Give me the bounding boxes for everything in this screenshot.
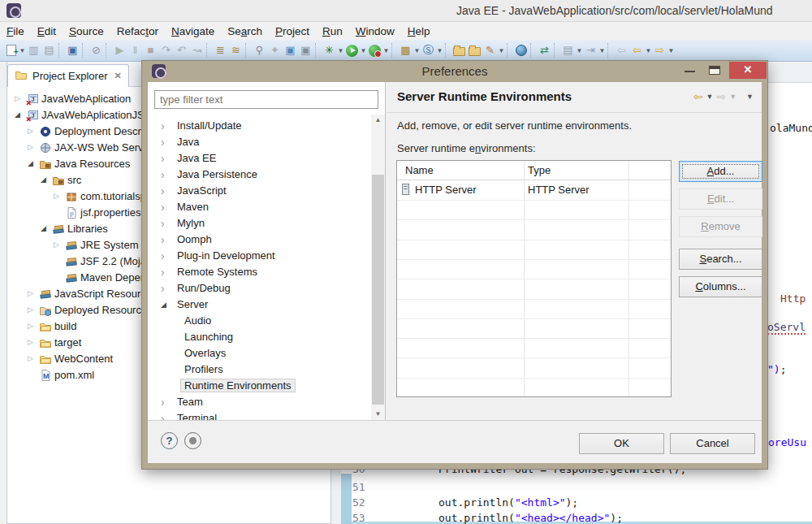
pref-item-oomph[interactable]: ›Oomph xyxy=(148,232,371,248)
new-servlet-icon-dropdown[interactable]: ▼ xyxy=(436,47,443,54)
menu-file[interactable]: File xyxy=(0,24,31,39)
coverage-view-icon[interactable]: ▣ xyxy=(283,43,298,58)
pref-item-audio[interactable]: Audio xyxy=(148,313,371,329)
scroll-down-icon[interactable]: ▼ xyxy=(371,409,385,420)
import-folder-icon[interactable] xyxy=(467,43,482,58)
open-folder-icon[interactable] xyxy=(451,43,467,58)
forward-icon[interactable]: ⇨ xyxy=(652,43,667,58)
new-wizard-icon[interactable] xyxy=(3,43,19,58)
menu-search[interactable]: Search xyxy=(221,24,269,39)
pref-item-server[interactable]: ◢Server xyxy=(148,297,371,313)
dialog-titlebar[interactable]: Preferences ✕ xyxy=(142,61,767,82)
columns-button[interactable]: Columns... xyxy=(679,276,762,297)
back-icon[interactable]: ⇦ xyxy=(629,43,645,58)
debug-icon-dropdown[interactable]: ▼ xyxy=(337,47,344,54)
annotate-icon[interactable]: ✎ xyxy=(482,43,498,58)
back-icon-dropdown[interactable]: ▼ xyxy=(645,47,652,54)
skip-breakpoints-icon[interactable]: ⊘ xyxy=(89,43,104,58)
save-icon[interactable]: ▥ xyxy=(26,43,41,58)
dialog-close-button[interactable]: ✕ xyxy=(729,62,767,79)
forward-icon-dropdown[interactable]: ▼ xyxy=(667,47,675,54)
annotate-icon-dropdown[interactable]: ▼ xyxy=(498,47,505,54)
key-icon[interactable]: ⚲ xyxy=(252,43,267,58)
pref-item-overlays[interactable]: Overlays xyxy=(148,345,371,362)
save-all-icon[interactable]: ▤ xyxy=(41,43,57,58)
resume-icon[interactable]: ▶ xyxy=(112,43,127,58)
remove-button[interactable]: Remove xyxy=(679,216,762,237)
cancel-button[interactable]: Cancel xyxy=(670,433,755,454)
menu-help[interactable]: Help xyxy=(401,24,437,39)
add-button[interactable]: Add... xyxy=(679,161,762,182)
debug-icon[interactable]: ✳ xyxy=(322,43,337,58)
go-into-icon-dropdown[interactable]: ▼ xyxy=(598,47,606,54)
step-over-icon[interactable]: ↶ xyxy=(174,43,189,58)
profile-icon[interactable]: ≋ xyxy=(228,43,244,58)
scrollbar[interactable]: ▲ ▼ xyxy=(371,115,385,420)
forward-arrow-icon[interactable]: ⇨ xyxy=(716,90,726,103)
maximize-icon[interactable] xyxy=(709,66,720,75)
pref-item-plug-in-development[interactable]: ›Plug-in Development xyxy=(148,248,371,264)
back-dropdown-icon[interactable]: ▼ xyxy=(706,93,714,101)
menu-window[interactable]: Window xyxy=(349,24,401,39)
terminate-icon[interactable]: ■ xyxy=(143,43,158,58)
suspend-icon[interactable]: ‖ xyxy=(127,43,143,58)
close-icon[interactable]: ✕ xyxy=(114,71,121,81)
mark-occurrences-icon[interactable]: ≣ xyxy=(213,43,228,58)
menu-edit[interactable]: Edit xyxy=(31,24,63,39)
edit-button[interactable]: Edit... xyxy=(679,188,762,210)
pref-item-maven[interactable]: ›Maven xyxy=(148,199,371,215)
minimize-icon[interactable] xyxy=(685,71,695,72)
back-disabled-icon[interactable]: ⇦ xyxy=(614,43,629,58)
link-editor-icon[interactable]: ⇄ xyxy=(537,43,552,58)
new-wizard-toolbox-icon[interactable]: ▩ xyxy=(398,43,413,58)
last-edit-icon-dropdown[interactable]: ▼ xyxy=(576,47,583,54)
pref-item-java-ee[interactable]: ›Java EE xyxy=(148,150,371,167)
menu-source[interactable]: Source xyxy=(63,24,110,39)
pref-item-remote-systems[interactable]: ›Remote Systems xyxy=(148,264,371,280)
new-servlet-icon[interactable]: Ⓢ xyxy=(421,43,436,58)
pref-item-run-debug[interactable]: ›Run/Debug xyxy=(148,280,371,297)
menu-run[interactable]: Run xyxy=(316,24,349,39)
back-arrow-icon[interactable]: ⇦ xyxy=(693,90,703,103)
console-icon[interactable]: ▣ xyxy=(65,43,80,58)
sparkle-icon[interactable]: ✦ xyxy=(267,43,283,58)
junit-icon[interactable]: ▣ xyxy=(298,43,313,58)
scroll-thumb[interactable] xyxy=(372,175,384,405)
menu-navigate[interactable]: Navigate xyxy=(165,24,221,39)
help-icon[interactable]: ? xyxy=(161,432,178,449)
pref-item-terminal[interactable]: ›Terminal xyxy=(148,410,371,420)
ok-button[interactable]: OK xyxy=(579,433,664,454)
last-edit-icon[interactable]: ▤ xyxy=(560,43,576,58)
pref-item-mylyn[interactable]: ›Mylyn xyxy=(148,215,371,232)
pref-item-java-persistence[interactable]: ›Java Persistence xyxy=(148,167,371,183)
new-wizard-icon-dropdown[interactable]: ▼ xyxy=(19,47,26,54)
menu-project[interactable]: Project xyxy=(269,24,316,39)
go-into-icon[interactable]: ⇥ xyxy=(583,43,598,58)
server-table[interactable]: Name Type HTTP ServerHTTP Server xyxy=(396,160,672,397)
scroll-up-icon[interactable]: ▲ xyxy=(371,115,385,126)
pref-item-javascript[interactable]: ›JavaScript xyxy=(148,183,371,199)
table-row[interactable]: HTTP ServerHTTP Server xyxy=(397,180,671,200)
pref-item-install-update[interactable]: ›Install/Update xyxy=(148,118,371,134)
run-icon[interactable] xyxy=(344,43,360,58)
table-header[interactable]: Name Type xyxy=(397,161,671,180)
coverage-icon[interactable] xyxy=(367,43,382,58)
toggle-icon[interactable] xyxy=(184,432,201,449)
tab-project-explorer[interactable]: Project Explorer ✕ xyxy=(7,64,129,87)
search-button[interactable]: Search... xyxy=(679,249,762,270)
step-return-icon[interactable]: ↝ xyxy=(189,43,205,58)
step-into-icon[interactable]: ↷ xyxy=(158,43,174,58)
pref-item-launching[interactable]: Launching xyxy=(148,329,371,345)
web-browser-icon[interactable] xyxy=(513,43,529,58)
pref-item-team[interactable]: ›Team xyxy=(148,394,371,410)
pref-item-java[interactable]: ›Java xyxy=(148,134,371,150)
new-wizard-toolbox-icon-dropdown[interactable]: ▼ xyxy=(413,47,421,54)
menu-refactor[interactable]: Refactor xyxy=(110,24,165,39)
page-menu-icon[interactable]: ▼ xyxy=(746,93,754,101)
pref-item-profilers[interactable]: Profilers xyxy=(148,362,371,378)
filter-input[interactable] xyxy=(154,90,378,109)
pref-item-runtime-environments[interactable]: Runtime Environments xyxy=(148,378,371,394)
run-icon-dropdown[interactable]: ▼ xyxy=(360,47,367,54)
forward-dropdown-icon[interactable]: ▼ xyxy=(729,93,736,101)
coverage-icon-dropdown[interactable]: ▼ xyxy=(382,47,390,54)
